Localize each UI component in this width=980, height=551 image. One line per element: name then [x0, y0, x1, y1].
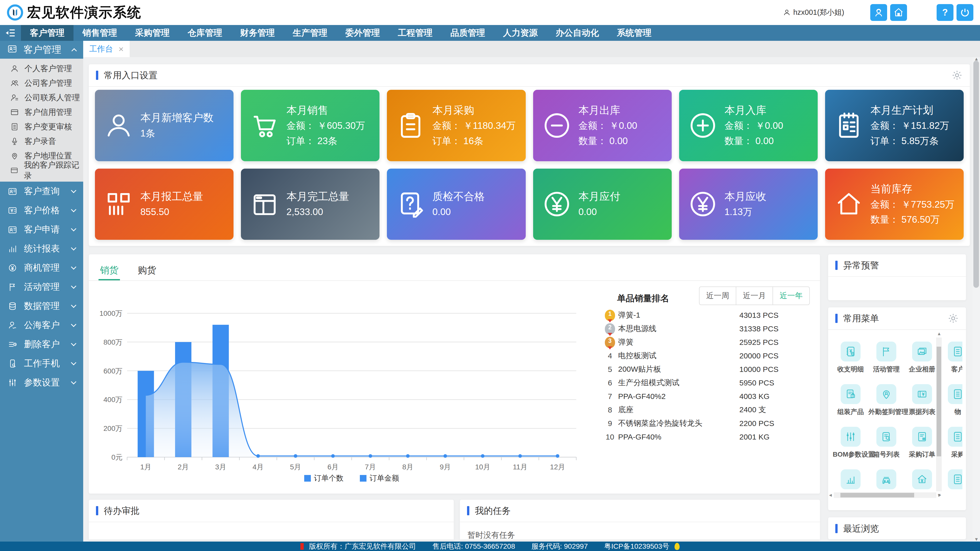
ranking-row-10: 10PPA-GF40%2001 KG: [602, 430, 811, 444]
menu-item-14[interactable]: 商业机会管理: [904, 466, 940, 491]
sidebar-group-4[interactable]: 商机管理: [0, 258, 83, 277]
sidebar-subitem-5[interactable]: 客户录音: [0, 134, 83, 148]
flag-icon: [8, 282, 18, 292]
entry-card-11[interactable]: 当前库存金额： ￥7753.25万数量： 576.50万: [825, 168, 964, 240]
svg-text:9月: 9月: [440, 463, 451, 471]
entry-card-0[interactable]: 本月新增客户数1条: [95, 90, 234, 161]
sidebar-group-9[interactable]: 工作手机: [0, 354, 83, 373]
user-info[interactable]: hzx001(郑小姐): [783, 7, 844, 17]
bars-icon: [845, 473, 856, 485]
home-button[interactable]: [890, 4, 907, 21]
sidebar-subitem-2[interactable]: 公司联系人管理: [0, 90, 83, 105]
nav-item-0[interactable]: 客户管理: [21, 25, 73, 41]
entry-card-9[interactable]: 本月应付0.00: [533, 168, 672, 240]
entry-card-7[interactable]: 本月完工总量2,533.00: [241, 168, 380, 240]
sales-chart: 0元200万400万600万800万1000万1月2月3月4月5月6月7月8月9…: [97, 285, 594, 497]
chart-tab-1[interactable]: 购货: [138, 254, 156, 280]
yen-icon: [542, 189, 572, 219]
sidebar-subitem-0[interactable]: 个人客户管理: [0, 61, 83, 76]
menu-item-5[interactable]: 外勤签到管理: [869, 381, 904, 423]
menu-item-11[interactable]: 采购: [940, 423, 963, 466]
app-title: 宏见软件演示系统: [27, 3, 142, 22]
entry-card-8[interactable]: 质检不合格0.00: [387, 168, 525, 240]
menu-item-9[interactable]: 箱号列表: [869, 423, 904, 466]
menu-item-2[interactable]: 企业相册: [904, 338, 940, 381]
person-icon: [10, 64, 19, 73]
nav-item-6[interactable]: 委外管理: [336, 25, 389, 41]
sales-chart-section: 销货购货 近一周近一月近一年 0元200万400万600万800万1000万1月…: [89, 254, 820, 494]
menu-item-12[interactable]: 采购统计总表: [833, 466, 869, 491]
nav-item-7[interactable]: 工程管理: [389, 25, 442, 41]
entry-card-3[interactable]: 本月出库金额： ￥0.00数量： 0.00: [533, 90, 672, 161]
nav-item-1[interactable]: 销售管理: [73, 25, 126, 41]
gear-icon[interactable]: [951, 70, 963, 81]
entry-card-1[interactable]: 本月销售金额： ￥605.30万订单： 23条: [241, 90, 380, 161]
menu-item-4[interactable]: 组装产品: [833, 381, 869, 423]
sidebar-group-1[interactable]: 客户价格: [0, 201, 83, 220]
entry-card-2[interactable]: 本月采购金额： ￥1180.34万订单： 16条: [387, 90, 525, 161]
tab-workbench[interactable]: 工作台 ×: [83, 41, 130, 57]
nav-item-3[interactable]: 仓库管理: [179, 25, 231, 41]
sidebar-subitem-1[interactable]: 公司客户管理: [0, 76, 83, 90]
sidebar-group-3[interactable]: 统计报表: [0, 239, 83, 258]
ranking-row-9: 9不锈钢菜盆冷热旋转龙头2200 PCS: [602, 416, 811, 430]
ranking-product-value: 4003 KG: [739, 392, 811, 401]
menu-item-8[interactable]: BOM参数设置: [833, 423, 869, 466]
page-scrollbar[interactable]: ▲ ▼: [972, 57, 980, 541]
entry-card-4[interactable]: 本月入库金额： ￥0.00数量： 0.00: [679, 90, 818, 161]
section-accent-bar: [467, 506, 469, 515]
power-button[interactable]: [956, 4, 974, 21]
menu-vertical-scrollbar[interactable]: ▲ ▼: [936, 338, 942, 491]
menu-item-6[interactable]: 票据列表: [904, 381, 940, 423]
menu-item-3[interactable]: 客户: [940, 338, 963, 381]
sidebar-group-7[interactable]: 公海客户: [0, 316, 83, 335]
ranking-product-value: 2400 支: [739, 405, 811, 415]
hamburger-icon: [5, 29, 16, 37]
menu-item-7[interactable]: 物: [940, 381, 963, 423]
nav-item-10[interactable]: 办公自动化: [547, 25, 608, 41]
menu-item-13[interactable]: 用车管理: [869, 466, 904, 491]
help-button[interactable]: ?: [937, 4, 953, 21]
menu-item-15[interactable]: 个人: [940, 466, 963, 491]
customer-service-button[interactable]: [870, 4, 887, 21]
gear-icon[interactable]: [948, 313, 959, 324]
app-logo-icon: [6, 4, 24, 21]
nav-item-9[interactable]: 人力资源: [494, 25, 547, 41]
sidebar-submenu: 个人客户管理公司客户管理公司联系人管理客户信用管理客户变更审核客户录音客户地理位…: [0, 59, 83, 182]
sidebar-group-0[interactable]: 客户查询: [0, 182, 83, 201]
nav-item-5[interactable]: 生产管理: [284, 25, 336, 41]
sidebar-group-5[interactable]: 活动管理: [0, 277, 83, 297]
sidebar-subitem-7[interactable]: 我的客户跟踪记录: [0, 163, 83, 178]
menu-item-10[interactable]: 采购订单: [904, 423, 940, 466]
svg-text:2月: 2月: [178, 463, 189, 471]
nav-item-2[interactable]: 采购管理: [126, 25, 179, 41]
footer-icp: 粤ICP备10239503号: [604, 541, 669, 551]
entry-card-5[interactable]: 本月生产计划金额： ￥151.82万订单： 5.85万条: [825, 90, 964, 161]
menu-item-1[interactable]: 活动管理: [869, 338, 904, 381]
sidebar-group-10[interactable]: 参数设置: [0, 373, 83, 392]
sidebar-subitem-4[interactable]: 客户变更审核: [0, 119, 83, 134]
chart-tab-0[interactable]: 销货: [100, 254, 118, 280]
flag-icon: [880, 346, 892, 357]
svg-text:6月: 6月: [328, 463, 339, 471]
sidebar-group-8[interactable]: 删除客户: [0, 335, 83, 354]
nav-item-8[interactable]: 品质管理: [442, 25, 494, 41]
page-scrollbar-thumb[interactable]: [974, 61, 979, 288]
sidebar-collapse-button[interactable]: [0, 25, 21, 41]
menu-horizontal-scrollbar[interactable]: ◄ ►: [834, 492, 936, 498]
nav-item-4[interactable]: 财务管理: [231, 25, 284, 41]
entry-card-6[interactable]: 本月报工总量855.50: [95, 168, 234, 240]
nav-item-11[interactable]: 系统管理: [608, 25, 660, 41]
sidebar-group-6[interactable]: 数据管理: [0, 297, 83, 316]
sidebar-section-customer-management[interactable]: 客户管理: [0, 41, 83, 59]
ranking-product-name: 200W贴片板: [618, 364, 739, 375]
menu-item-0[interactable]: 收支明细: [833, 338, 869, 381]
quick-entry-title: 常用入口设置: [104, 69, 158, 81]
sidebar-group-2[interactable]: 客户申请: [0, 220, 83, 239]
car-icon: [880, 473, 892, 485]
pending-approvals-section: 待办审批: [89, 500, 454, 540]
sidebar-subitem-3[interactable]: 客户信用管理: [0, 105, 83, 119]
entry-card-10[interactable]: 本月应收1.13万: [679, 168, 818, 240]
tab-close-icon[interactable]: ×: [119, 44, 124, 54]
people-icon: [10, 79, 19, 87]
